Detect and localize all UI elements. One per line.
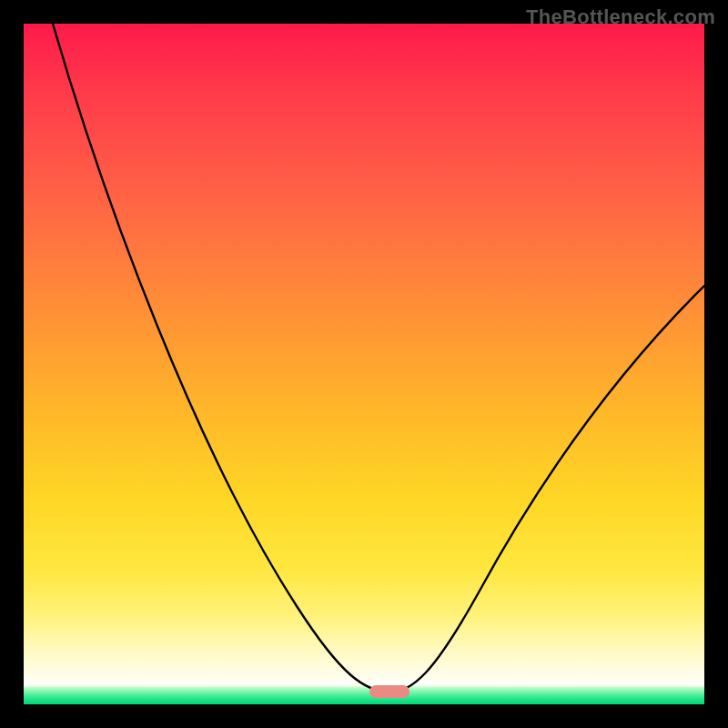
attribution-text: TheBottleneck.com bbox=[526, 5, 715, 29]
plot-area bbox=[24, 24, 704, 704]
bottleneck-curve bbox=[24, 24, 704, 704]
optimal-marker bbox=[369, 685, 410, 698]
chart-frame: TheBottleneck.com bbox=[0, 0, 728, 728]
